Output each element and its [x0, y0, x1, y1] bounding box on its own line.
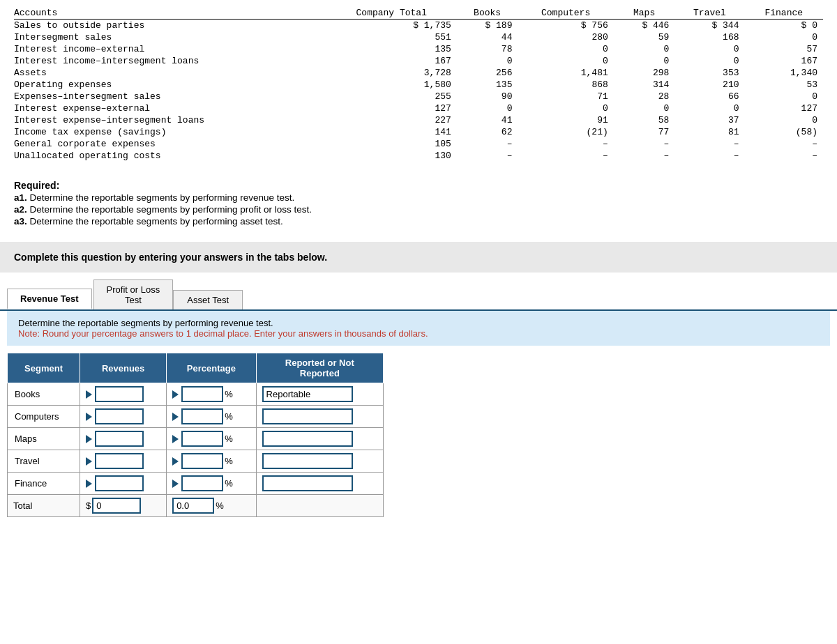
reported-input[interactable]: [262, 453, 353, 469]
table-cell: 1,580: [326, 79, 457, 91]
revenue-indicator-icon: [86, 457, 92, 466]
reported-input[interactable]: [262, 408, 353, 424]
answer-revenues-cell: [80, 428, 167, 450]
answer-segment: Travel: [8, 450, 80, 473]
percentage-input[interactable]: [181, 408, 223, 424]
col-books: Books: [457, 7, 518, 20]
table-cell: 551: [326, 31, 457, 43]
tab-asset-test[interactable]: Asset Test: [173, 290, 243, 309]
required-item-bold: a1.: [14, 192, 27, 203]
answer-percentage-cell: %: [167, 450, 256, 473]
percent-sign: %: [225, 411, 233, 422]
percentage-input[interactable]: [181, 475, 223, 491]
table-cell: 127: [326, 102, 457, 114]
table-cell: 353: [674, 67, 744, 79]
table-cell: –: [518, 138, 613, 150]
answer-segment: Books: [8, 383, 80, 406]
table-cell: –: [744, 150, 823, 162]
revenue-input[interactable]: [95, 475, 144, 491]
table-cell: 90: [457, 91, 518, 102]
info-main-text: Determine the reportable segments by per…: [18, 318, 819, 328]
table-cell: 77: [614, 126, 675, 138]
table-cell: –: [674, 138, 744, 150]
instruction-text: Complete this question by entering your …: [14, 252, 327, 263]
col-travel: Travel: [674, 7, 744, 20]
table-cell: Income tax expense (savings): [14, 126, 326, 138]
percentage-input[interactable]: [181, 431, 223, 447]
answer-segment: Maps: [8, 428, 80, 450]
tab-revenue-test[interactable]: Revenue Test: [7, 289, 92, 309]
table-cell: Unallocated operating costs: [14, 150, 326, 162]
ans-col-percentage: Percentage: [167, 353, 256, 383]
table-cell: 105: [326, 138, 457, 150]
answer-reported-cell: [256, 473, 383, 495]
percent-sign: %: [225, 389, 233, 399]
answer-reported-cell: [256, 406, 383, 428]
table-cell: 1,481: [518, 67, 613, 79]
percent-sign: %: [225, 478, 233, 489]
revenue-input[interactable]: [95, 431, 144, 447]
revenue-input[interactable]: [95, 453, 144, 469]
table-cell: Interest income–external: [14, 43, 326, 55]
table-cell: 44: [457, 31, 518, 43]
table-cell: 256: [457, 67, 518, 79]
table-cell: $ 756: [518, 20, 613, 32]
table-cell: 0: [744, 91, 823, 102]
revenue-input[interactable]: [95, 408, 144, 424]
revenue-indicator-icon: [86, 480, 92, 488]
percentage-indicator-icon: [172, 457, 179, 466]
tabs-container: Revenue TestProfit or LossTestAsset Test: [0, 273, 837, 311]
table-cell: Operating expenses: [14, 79, 326, 91]
table-cell: 81: [674, 126, 744, 138]
reported-input[interactable]: [262, 431, 353, 447]
percentage-input[interactable]: [181, 453, 223, 469]
dollar-sign: $: [86, 500, 91, 511]
percentage-indicator-icon: [172, 435, 179, 443]
table-cell: 28: [614, 91, 675, 102]
table-cell: Interest income–intersegment loans: [14, 55, 326, 67]
table-cell: –: [457, 150, 518, 162]
tab-profit-or-loss-test[interactable]: Profit or LossTest: [93, 279, 174, 309]
table-cell: 141: [326, 126, 457, 138]
table-cell: 91: [518, 114, 613, 126]
required-item: a3. Determine the reportable segments by…: [14, 216, 823, 227]
reported-input[interactable]: [262, 475, 353, 491]
table-cell: 168: [674, 31, 744, 43]
percent-sign: %: [225, 434, 233, 444]
percentage-indicator-icon: [172, 480, 179, 488]
table-cell: 0: [674, 102, 744, 114]
table-cell: 0: [614, 55, 675, 67]
answer-percentage-cell: %: [167, 406, 256, 428]
percent-sign: %: [225, 456, 233, 466]
ans-col-revenues: Revenues: [80, 353, 167, 383]
total-label: Total: [8, 495, 80, 517]
table-cell: –: [614, 150, 675, 162]
table-cell: 127: [744, 102, 823, 114]
percentage-input[interactable]: [181, 386, 223, 402]
table-cell: 298: [614, 67, 675, 79]
total-revenues-cell: $: [80, 495, 167, 517]
col-computers: Computers: [518, 7, 613, 20]
total-reported-cell: [256, 495, 383, 517]
answer-reported-cell: [256, 450, 383, 473]
ans-col-reported: Reported or NotReported: [256, 353, 383, 383]
required-item-text: Determine the reportable segments by per…: [27, 192, 294, 203]
required-label: Required:: [14, 180, 59, 191]
ans-col-segment: Segment: [8, 353, 80, 383]
col-accounts: Accounts: [14, 7, 326, 20]
required-item: a1. Determine the reportable segments by…: [14, 192, 823, 203]
table-cell: Interest expense–external: [14, 102, 326, 114]
table-cell: 167: [744, 55, 823, 67]
revenue-input[interactable]: [95, 386, 144, 402]
table-cell: 0: [518, 43, 613, 55]
info-note-text: Note: Round your percentage answers to 1…: [18, 328, 819, 339]
table-cell: 0: [457, 102, 518, 114]
total-percentage-input[interactable]: [172, 498, 214, 514]
total-revenue-input[interactable]: [92, 498, 141, 514]
table-cell: 1,340: [744, 67, 823, 79]
tabs-row: Revenue TestProfit or LossTestAsset Test: [7, 279, 830, 309]
reported-input[interactable]: [262, 386, 353, 402]
table-cell: $ 344: [674, 20, 744, 32]
table-cell: $ 189: [457, 20, 518, 32]
table-cell: 37: [674, 114, 744, 126]
